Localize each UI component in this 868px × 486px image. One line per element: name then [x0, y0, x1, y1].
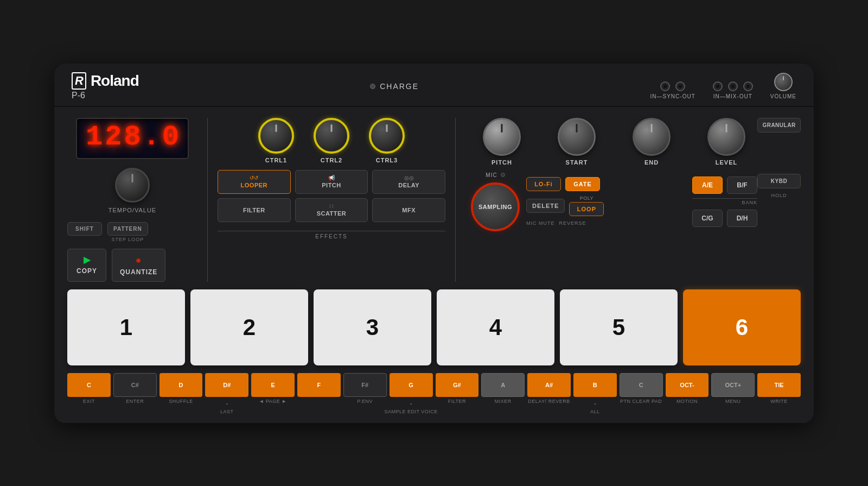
bank-dh-button[interactable]: D/H [727, 210, 757, 227]
delete-button[interactable]: DELETE [526, 199, 565, 213]
mic-mute-label: MIC MUTE [526, 220, 555, 226]
key-cs-button[interactable]: C# [113, 373, 157, 397]
bank-ae-button[interactable]: A/E [692, 176, 723, 194]
key-octminus-button[interactable]: OCT- [666, 373, 709, 397]
filter-button[interactable]: FILTER [218, 198, 291, 222]
pad-1[interactable]: 1 [67, 289, 185, 365]
key-a: A MIXER [481, 373, 525, 404]
key-as-button[interactable]: A# [527, 373, 571, 397]
granular-button[interactable]: GRANULAR [757, 118, 801, 132]
key-c: C EXIT [67, 373, 111, 404]
key-fs-button[interactable]: F# [343, 373, 387, 397]
end-label: END [644, 159, 659, 166]
charge-section: CHARGE [370, 82, 419, 91]
key-octplus-button[interactable]: OCT+ [711, 373, 755, 397]
delay-label: DELAY [398, 182, 419, 188]
bank-bf-button[interactable]: B/F [727, 176, 757, 194]
pad-2[interactable]: 2 [190, 289, 308, 365]
headphone-jack [743, 81, 753, 91]
led-digit-3: 8 [124, 123, 141, 154]
right-side-buttons: GRANULAR KYBD HOLD [757, 118, 801, 198]
key-f-button[interactable]: F [297, 373, 341, 397]
brand-logo: R Roland [72, 72, 139, 90]
key-octminus-label: MOTION [676, 399, 698, 404]
pad-3[interactable]: 3 [314, 289, 431, 365]
pitch-icon: 📢 [328, 175, 335, 181]
display-section: 1 2 8 . 0 TEMPO/VALUE [67, 118, 197, 213]
mic-label: MIC [486, 172, 497, 178]
key-c2-label: PTN CLEAR PAD [620, 399, 662, 404]
pitch-knob[interactable] [483, 118, 521, 156]
effects-section-label: EFFECTS [218, 231, 445, 239]
key-g-button[interactable]: G [390, 373, 433, 397]
lofi-button[interactable]: LO-Fi [526, 177, 561, 191]
end-knob[interactable] [633, 118, 671, 156]
key-c2: C PTN CLEAR PAD [620, 373, 663, 404]
level-knob[interactable] [707, 118, 745, 156]
key-tie-label: WRITE [770, 399, 788, 404]
start-knob[interactable] [558, 118, 596, 156]
kybd-button[interactable]: KYBD [757, 174, 801, 188]
scatter-button[interactable]: ⫶⫶ SCATTER [295, 198, 368, 222]
sampling-button[interactable]: SAMPLING [471, 182, 520, 231]
ctrl-knobs-row: CTRL1 CTRL2 CTRL3 [218, 118, 445, 163]
pad-3-number: 3 [366, 314, 379, 340]
mfx-label: MFX [402, 207, 416, 213]
function-buttons: LO-Fi GATE DELETE POLY LOOP MIC MUTE [526, 177, 686, 226]
key-octplus-label: MENU [725, 399, 741, 404]
ctrl2-group: CTRL2 [314, 118, 349, 163]
ctrl3-label: CTRL3 [376, 157, 398, 163]
pad-4[interactable]: 4 [437, 289, 554, 365]
copy-button[interactable]: ▶ COPY [67, 249, 106, 282]
key-b-button[interactable]: B [573, 373, 617, 397]
mix-connectors: IN—MIX-OUT [713, 81, 753, 99]
key-ds-button[interactable]: D# [205, 373, 248, 397]
ctrl-effects-section: CTRL1 CTRL2 CTRL3 ↺↺ LOOPER [218, 118, 445, 239]
piano-keys-row: C EXIT C# ENTER D SHUFFLE D# · LAST E ◄ … [67, 373, 801, 414]
key-c-button[interactable]: C [67, 373, 111, 397]
quantize-button[interactable]: ● QUANTIZE [112, 249, 165, 282]
key-e-button[interactable]: E [251, 373, 295, 397]
loop-button[interactable]: LOOP [569, 202, 604, 216]
shift-pattern-row: SHIFT PATTERN STEP LOOP [67, 222, 197, 242]
delay-button[interactable]: ◎◎ DELAY [372, 170, 445, 194]
top-func-row: LO-Fi GATE [526, 177, 686, 191]
pitch-fx-button[interactable]: 📢 PITCH [295, 170, 368, 194]
ctrl2-knob[interactable] [314, 118, 349, 154]
key-gs-button[interactable]: G# [436, 373, 479, 397]
key-b-dot: · [594, 400, 596, 407]
sync-label: IN—SYNC-OUT [650, 93, 695, 99]
bank-cg-button[interactable]: C/G [692, 210, 723, 227]
mfx-button[interactable]: MFX [372, 198, 445, 222]
key-d-button[interactable]: D [159, 373, 203, 397]
key-ds: D# · LAST [205, 373, 248, 414]
key-gs: G# FILTER [436, 373, 479, 404]
looper-button[interactable]: ↺↺ LOOPER [218, 170, 291, 194]
brand-section: R Roland P-6 [72, 72, 139, 100]
ctrl3-knob[interactable] [369, 118, 405, 154]
main-panel: 1 2 8 . 0 TEMPO/VALUE SHIFT [54, 107, 814, 423]
ctrl1-knob[interactable] [258, 118, 294, 154]
key-c2-button[interactable]: C [620, 373, 663, 397]
looper-label: LOOPER [241, 182, 267, 188]
pattern-button[interactable]: PATTERN [107, 222, 148, 236]
bank-label: BANK [692, 198, 757, 205]
copy-quantize-row: ▶ COPY ● QUANTIZE [67, 249, 197, 282]
sync-connectors: IN—SYNC-OUT [650, 81, 695, 99]
volume-knob[interactable] [774, 73, 793, 91]
key-gs-label: FILTER [448, 399, 466, 404]
key-a-button[interactable]: A [481, 373, 525, 397]
shift-button[interactable]: SHIFT [67, 222, 102, 236]
end-group: END [633, 118, 671, 166]
mic-led [501, 173, 505, 177]
pad-6[interactable]: 6 [683, 289, 801, 365]
key-d: D SHUFFLE [159, 373, 203, 404]
mic-mute-reverse-labels: MIC MUTE REVERSE [526, 220, 686, 226]
ctrl1-label: CTRL1 [265, 157, 287, 163]
pitch-fx-label: PITCH [322, 182, 341, 188]
scatter-label: SCATTER [317, 210, 347, 217]
key-tie-button[interactable]: TIE [757, 373, 801, 397]
pad-5[interactable]: 5 [560, 289, 678, 365]
gate-button[interactable]: GATE [565, 177, 600, 191]
tempo-knob[interactable] [115, 168, 150, 203]
